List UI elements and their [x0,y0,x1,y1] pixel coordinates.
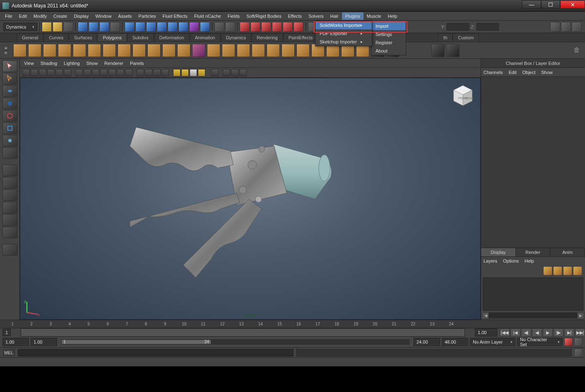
trash-icon[interactable]: 🗑 [573,46,582,55]
vp-iso2-icon[interactable] [145,69,152,76]
history-icon[interactable] [189,22,199,32]
layout-persp-icon[interactable] [2,202,17,213]
vp-menu-view[interactable]: View [24,61,34,66]
layer-down-icon[interactable] [573,267,582,275]
extra1-icon[interactable] [431,44,445,57]
manip-tool-icon[interactable] [2,135,17,146]
range-track[interactable]: 1 24 [61,339,409,344]
sel-component-icon[interactable] [89,22,99,32]
poly-separate-icon[interactable] [222,44,235,57]
poly-transfer-icon[interactable] [296,44,310,57]
vp-cam-icon[interactable] [22,69,30,76]
scroll-right-icon[interactable]: ▶ [578,313,583,318]
magnet6-icon[interactable] [294,22,303,32]
poly-soccer-icon[interactable] [162,44,176,57]
shelf-animation[interactable]: Animation [190,33,221,41]
vp-menu-shading[interactable]: Shading [41,61,57,66]
shelf-down-icon[interactable]: ▾ [3,51,8,55]
menu-particles[interactable]: Particles [135,12,159,20]
rp-object[interactable]: Object [522,70,535,75]
lm-layers[interactable]: Layers [484,258,497,263]
vp-iso1-icon[interactable] [137,69,144,76]
select-tool-icon[interactable] [2,60,17,72]
layer-scroll[interactable]: ◀ ▶ [483,312,583,319]
autokey-icon[interactable] [564,338,573,346]
vp-grid-icon[interactable] [55,69,63,76]
poly-helix-icon[interactable] [147,44,161,57]
vp-light3-icon[interactable] [190,69,197,76]
layer-up-icon[interactable] [563,267,572,275]
vp-light1-icon[interactable] [173,69,181,76]
snap-point-icon[interactable] [146,22,156,32]
time-end-display[interactable] [475,328,497,337]
vp-render2-icon[interactable] [231,69,238,76]
layout-graph-icon[interactable] [2,227,17,238]
poly-platonic-icon[interactable] [177,44,190,57]
move-tool-icon[interactable] [2,98,17,109]
shelf-dynamics[interactable]: Dynamics [221,33,251,41]
poly-torus-icon[interactable] [88,44,101,57]
menu-fluidncache[interactable]: Fluid nCache [191,12,224,20]
anim-layer-dropdown[interactable]: No Anim Layer [470,338,515,346]
menu-fluideffects[interactable]: Fluid Effects [159,12,191,20]
history-toggle-icon[interactable] [2,244,17,256]
tab-render[interactable]: Render [516,248,551,256]
menu-help[interactable]: Help [385,12,401,20]
vp-wire-icon[interactable] [75,69,83,76]
hud3-icon[interactable] [572,22,582,32]
vp-light2-icon[interactable] [181,69,189,76]
snap-view-icon[interactable] [178,22,188,32]
vp-menu-renderer[interactable]: Renderer [104,61,123,66]
menu-file[interactable]: File [2,12,16,20]
vp-hq-icon[interactable] [117,69,124,76]
menu-edit[interactable]: Edit [16,12,30,20]
range-end2[interactable] [442,338,468,346]
poly-cone-icon[interactable] [58,44,71,57]
maximize-button[interactable]: ☐ [541,0,560,9]
poly-prism-icon[interactable] [103,44,116,57]
minimize-button[interactable]: — [522,0,541,9]
range-start2[interactable] [31,338,57,346]
shelf-th[interactable]: th [438,33,453,41]
tab-anim[interactable]: Anim [550,248,585,256]
open-scene-icon[interactable] [53,22,63,32]
rp-show[interactable]: Show [541,70,553,75]
range-thumb[interactable]: 1 24 [62,340,211,344]
shelf-custom[interactable]: Custom [453,33,479,41]
lasso-tool-icon[interactable] [2,73,17,84]
layout-outliner-icon[interactable] [2,214,17,226]
menu-softrigid[interactable]: Soft/Rigid Bodies [243,12,284,20]
magnet4-icon[interactable] [272,22,282,32]
time-slider[interactable] [21,328,465,337]
magnet1-icon[interactable] [240,22,250,32]
playback-btn-6[interactable]: ▶| [564,328,574,337]
render-icon[interactable] [214,22,224,32]
lm-options[interactable]: Options [503,258,519,263]
menu-window[interactable]: Window [92,12,115,20]
sel-object-icon[interactable] [78,22,88,32]
menu-plugins[interactable]: Plugins [342,12,364,20]
vp-render1-icon[interactable] [223,69,230,76]
poly-sphere-icon[interactable] [13,44,26,57]
shelf-polygons[interactable]: Polygons [97,33,127,41]
plugin-solidworks[interactable]: SolidWorks Importer▸ [315,21,372,29]
snap-grid-icon[interactable] [125,22,135,32]
shelf-subdivs[interactable]: Subdivs [127,33,154,41]
submenu-about[interactable]: About [371,47,406,55]
z-input[interactable] [477,23,499,31]
shelf-deformation[interactable]: Deformation [154,33,190,41]
menu-display[interactable]: Display [70,12,92,20]
menu-modify[interactable]: Modify [30,12,50,20]
vp-menu-show[interactable]: Show [87,61,98,66]
poly-smooth-icon[interactable] [252,44,265,57]
vp-light-icon[interactable] [100,69,108,76]
magnet5-icon[interactable] [283,22,293,32]
sel-filter-icon[interactable] [110,22,120,32]
char-set-dropdown[interactable]: No Character Set [517,338,563,346]
snap-plane-icon[interactable] [157,22,167,32]
poly-texture-icon[interactable] [192,44,205,57]
mode-dropdown[interactable]: Dynamics [3,23,37,31]
shelf-curves[interactable]: Curves [43,33,69,41]
time-ruler[interactable]: 123456789101112131415161718192021222324 [0,320,585,328]
layout-single-icon[interactable] [2,165,17,176]
